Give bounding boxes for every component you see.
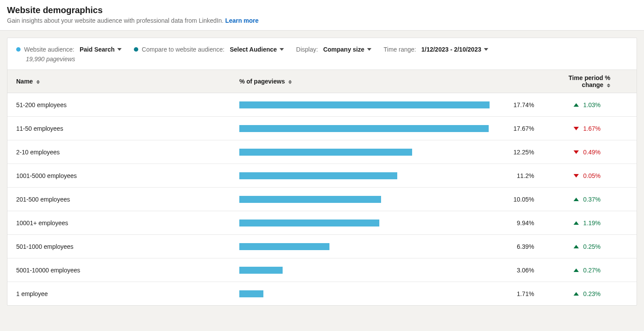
time-range-label: Time range: [384, 46, 416, 53]
trend-down-icon [574, 150, 579, 154]
table-row: 501-1000 employees6.39%0.25% [7, 235, 637, 258]
compare-audience-label: Compare to website audience: [142, 46, 224, 53]
row-name: 501-1000 employees [7, 235, 231, 258]
trend-up-icon [574, 292, 579, 296]
row-bar-cell [231, 140, 498, 164]
row-change-value: 1.67% [583, 125, 601, 132]
bar-icon [239, 290, 263, 297]
row-bar-cell [231, 235, 498, 258]
page-subtitle: Gain insights about your website audienc… [7, 17, 637, 24]
table-row: 10001+ employees9.94%1.19% [7, 211, 637, 235]
sort-icon [607, 84, 610, 87]
pageviews-count: 19,990 pageviews [7, 56, 637, 70]
row-bar-cell [231, 258, 498, 282]
row-change: 0.23% [547, 282, 637, 306]
row-change-value: 0.37% [583, 196, 601, 203]
trend-up-icon [574, 198, 579, 201]
column-header-pct-label: % of pageviews [239, 78, 285, 85]
caret-down-icon [117, 48, 122, 51]
website-audience-group: Website audience: Paid Search [16, 46, 122, 53]
time-range-value: 1/12/2023 - 2/10/2023 [421, 46, 481, 53]
row-pct: 11.2% [498, 164, 547, 188]
row-pct: 1.71% [498, 282, 547, 306]
row-bar-cell [231, 164, 498, 188]
bar-icon [239, 149, 412, 156]
bar-icon [239, 243, 329, 250]
trend-down-icon [574, 127, 579, 130]
row-change: 0.25% [547, 235, 637, 258]
bar-icon [239, 267, 283, 274]
compare-audience-group: Compare to website audience: Select Audi… [134, 46, 284, 53]
row-bar-cell [231, 211, 498, 235]
primary-series-dot-icon [16, 47, 21, 52]
row-change-value: 0.05% [583, 172, 601, 179]
row-pct: 12.25% [498, 140, 547, 164]
bar-icon [239, 196, 381, 203]
page-header: Website demographics Gain insights about… [0, 0, 644, 31]
caret-down-icon [280, 48, 284, 51]
row-pct: 10.05% [498, 188, 547, 211]
bar-icon [239, 172, 397, 179]
display-group: Display: Company size [296, 46, 371, 53]
table-row: 11-50 employees17.67%1.67% [7, 117, 637, 140]
caret-down-icon [367, 48, 371, 51]
row-change-value: 0.23% [583, 290, 601, 297]
sort-icon [288, 80, 292, 84]
bar-icon [239, 220, 379, 226]
column-header-change[interactable]: Time period % change [547, 70, 637, 93]
website-audience-label: Website audience: [24, 46, 74, 53]
table-row: 2-10 employees12.25%0.49% [7, 140, 637, 164]
trend-down-icon [574, 174, 579, 178]
column-header-name-label: Name [16, 78, 33, 85]
website-audience-value: Paid Search [80, 46, 115, 53]
trend-up-icon [574, 103, 579, 107]
row-change-value: 0.49% [583, 149, 601, 156]
time-range-group: Time range: 1/12/2023 - 2/10/2023 [384, 46, 488, 53]
table-row: 1 employee1.71%0.23% [7, 282, 637, 306]
row-bar-cell [231, 117, 498, 140]
column-header-name[interactable]: Name [7, 70, 231, 93]
trend-up-icon [574, 221, 579, 225]
column-header-pct[interactable]: % of pageviews [231, 70, 547, 93]
bar-icon [239, 125, 489, 132]
bar-icon [239, 101, 490, 108]
website-audience-dropdown[interactable]: Paid Search [78, 46, 122, 53]
row-pct: 9.94% [498, 211, 547, 235]
row-name: 2-10 employees [7, 140, 231, 164]
table-row: 201-500 employees10.05%0.37% [7, 188, 637, 211]
row-pct: 17.74% [498, 93, 547, 117]
row-change-value: 0.27% [583, 267, 601, 274]
table-row: 5001-10000 employees3.06%0.27% [7, 258, 637, 282]
row-change-value: 1.03% [583, 101, 601, 108]
table-row: 51-200 employees17.74%1.03% [7, 93, 637, 117]
demographics-table: Name % of pageviews Time period % change… [7, 70, 637, 305]
row-change: 1.03% [547, 93, 637, 117]
compare-audience-value: Select Audience [230, 46, 277, 53]
row-pct: 6.39% [498, 235, 547, 258]
page-title: Website demographics [7, 5, 637, 15]
row-name: 51-200 employees [7, 93, 231, 117]
sort-icon [36, 80, 40, 84]
row-change: 0.37% [547, 188, 637, 211]
row-name: 11-50 employees [7, 117, 231, 140]
row-name: 5001-10000 employees [7, 258, 231, 282]
row-change: 0.49% [547, 140, 637, 164]
display-value: Company size [323, 46, 364, 53]
table-row: 1001-5000 employees11.2%0.05% [7, 164, 637, 188]
row-name: 1 employee [7, 282, 231, 306]
time-range-dropdown[interactable]: 1/12/2023 - 2/10/2023 [420, 46, 488, 53]
learn-more-link[interactable]: Learn more [225, 17, 259, 24]
row-change-value: 0.25% [583, 243, 601, 250]
row-name: 10001+ employees [7, 211, 231, 235]
row-change: 1.19% [547, 211, 637, 235]
row-change: 0.27% [547, 258, 637, 282]
compare-audience-dropdown[interactable]: Select Audience [228, 46, 284, 53]
display-dropdown[interactable]: Company size [322, 46, 371, 53]
trend-up-icon [574, 268, 579, 272]
trend-up-icon [574, 245, 579, 248]
row-name: 1001-5000 employees [7, 164, 231, 188]
row-name: 201-500 employees [7, 188, 231, 211]
column-header-change-label: Time period % change [569, 74, 610, 88]
row-bar-cell [231, 93, 498, 117]
row-pct: 17.67% [498, 117, 547, 140]
